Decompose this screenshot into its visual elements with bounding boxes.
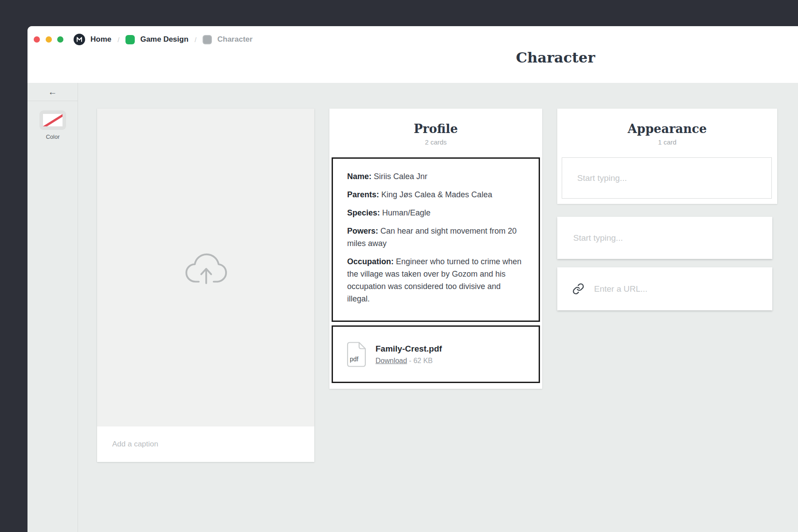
field-value: King Jøs Calea & Mades Calea (381, 190, 492, 199)
file-size: - 62 KB (409, 357, 433, 364)
image-card: Add a caption (97, 109, 314, 462)
column-card-count: 1 card (557, 138, 777, 146)
field-label: Name: (347, 172, 372, 181)
column-card-count: 2 cards (329, 138, 542, 146)
app-window: Home / Game Design / Character Character… (27, 26, 798, 532)
collapse-sidebar-button[interactable]: ← (27, 83, 78, 101)
column-profile: Profile 2 cards Name:Siriis Calea Jnr Pa… (329, 109, 542, 389)
field-label: Powers: (347, 227, 378, 235)
zoom-window-button[interactable] (57, 36, 63, 43)
svg-text:pdf: pdf (350, 356, 359, 363)
color-tool-label: Color (27, 133, 78, 140)
tool-sidebar: ← Color (27, 83, 78, 532)
file-name: Family-Crest.pdf (376, 344, 442, 354)
breadcrumb-label: Game Design (140, 35, 188, 44)
caption-placeholder: Add a caption (112, 440, 158, 449)
breadcrumb: Home / Game Design / Character (74, 34, 253, 45)
cloud-upload-icon (181, 250, 231, 286)
note-placeholder: Start typing... (573, 233, 623, 243)
file-info: Family-Crest.pdf Download - 62 KB (376, 344, 442, 365)
breadcrumb-separator: / (195, 36, 196, 43)
column-title[interactable]: Appearance (557, 122, 777, 136)
link-icon (572, 283, 584, 295)
home-logo-icon (74, 34, 85, 45)
minimize-window-button[interactable] (46, 36, 52, 43)
image-upload-dropzone[interactable] (97, 109, 314, 426)
board-title[interactable]: Character (516, 49, 595, 66)
color-tool-button[interactable]: Color (27, 110, 78, 140)
note-field: Parents:King Jøs Calea & Mades Calea (347, 188, 525, 201)
field-value: Siriis Calea Jnr (374, 172, 427, 181)
note-placeholder: Start typing... (577, 173, 627, 183)
note-field: Species:Human/Eagle (347, 207, 525, 219)
gray-board-icon (203, 35, 212, 44)
window-header: Home / Game Design / Character Character (27, 26, 798, 83)
field-label: Species: (347, 208, 380, 217)
url-placeholder: Enter a URL... (594, 284, 647, 294)
pdf-file-icon: pdf (346, 342, 367, 367)
column-title[interactable]: Profile (329, 122, 542, 136)
breadcrumb-item-game-design[interactable]: Game Design (125, 35, 188, 44)
column-appearance: Appearance 1 card Start typing... (557, 109, 777, 204)
field-label: Parents: (347, 190, 379, 199)
breadcrumb-item-character[interactable]: Character (203, 35, 252, 44)
color-swatch-icon (39, 110, 66, 130)
image-caption-input[interactable]: Add a caption (97, 426, 314, 462)
close-window-button[interactable] (34, 36, 40, 43)
appearance-note-input[interactable]: Start typing... (562, 157, 772, 199)
note-field: Name:Siriis Calea Jnr (347, 170, 525, 183)
new-link-card[interactable]: Enter a URL... (557, 267, 772, 310)
note-field: Occupation:Engineer who turned to crime … (347, 255, 525, 305)
field-value: Human/Eagle (382, 208, 430, 217)
green-board-icon (125, 35, 135, 44)
breadcrumb-item-home[interactable]: Home (74, 34, 111, 45)
download-link[interactable]: Download (376, 357, 407, 364)
field-label: Occupation: (347, 257, 394, 266)
file-card[interactable]: pdf Family-Crest.pdf Download - 62 KB (332, 325, 540, 383)
breadcrumb-label: Home (90, 35, 111, 44)
breadcrumb-label: Character (217, 35, 252, 44)
back-arrow-icon: ← (48, 87, 57, 97)
note-field: Powers:Can hear and sight movement from … (347, 225, 525, 250)
new-note-card[interactable]: Start typing... (557, 217, 772, 259)
profile-note-card[interactable]: Name:Siriis Calea Jnr Parents:King Jøs C… (332, 157, 540, 322)
breadcrumb-separator: / (117, 36, 119, 43)
